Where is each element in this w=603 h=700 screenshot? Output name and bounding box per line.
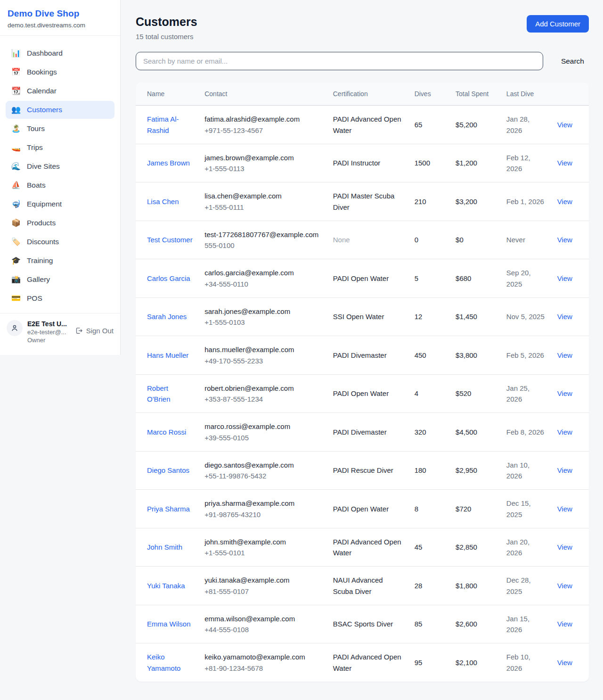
customer-name-link[interactable]: Yuki Tanaka (147, 582, 185, 590)
diving-mask-icon: 🤿 (11, 200, 21, 208)
customer-total-spent: $680 (450, 259, 501, 298)
customer-total-spent: $1,200 (450, 144, 501, 182)
sidebar-item-label: Customers (27, 106, 62, 114)
customer-name-link[interactable]: Marco Rossi (147, 428, 186, 436)
customer-last-dive: Feb 12, 2026 (501, 144, 552, 182)
sidebar-item-boats[interactable]: ⛵ Boats (6, 176, 114, 194)
sidebar-item-dive-sites[interactable]: 🌊 Dive Sites (6, 157, 114, 175)
customer-last-dive: Never (501, 221, 552, 259)
sidebar-item-label: Calendar (27, 87, 57, 95)
customer-name-link[interactable]: Test Customer (147, 236, 193, 244)
view-customer-link[interactable]: View (557, 198, 572, 206)
sidebar-item-training[interactable]: 🎓 Training (6, 252, 114, 270)
sidebar-item-equipment[interactable]: 🤿 Equipment (6, 195, 114, 213)
customer-contact-cell: carlos.garcia@example.com +34-555-0110 (199, 259, 327, 298)
search-input[interactable] (136, 52, 543, 70)
view-customer-link[interactable]: View (557, 505, 572, 513)
view-customer-link[interactable]: View (557, 274, 572, 282)
view-customer-link[interactable]: View (557, 236, 572, 244)
sidebar-item-gallery[interactable]: 📸 Gallery (6, 271, 114, 288)
sidebar-item-tours[interactable]: 🏝️ Tours (6, 120, 114, 138)
customer-phone: +1-555-0101 (204, 547, 322, 558)
sidebar-item-trips[interactable]: 🚤 Trips (6, 139, 114, 156)
sidebar-item-customers[interactable]: 👥 Customers (6, 101, 114, 119)
customer-dives: 65 (409, 106, 450, 144)
view-customer-link[interactable]: View (557, 543, 572, 551)
customer-contact-cell: emma.wilson@example.com +44-555-0108 (199, 605, 327, 643)
add-customer-button[interactable]: Add Customer (527, 15, 589, 33)
search-button[interactable]: Search (556, 53, 589, 69)
customer-name-link[interactable]: Hans Mueller (147, 351, 188, 359)
sidebar-item-label: Tours (27, 124, 45, 133)
camera-icon: 📸 (11, 276, 21, 283)
customer-name-cell: Test Customer (136, 221, 199, 259)
view-customer-link[interactable]: View (557, 121, 572, 129)
customer-certification: PADI Open Water (327, 374, 409, 413)
customer-name-link[interactable]: Fatima Al-Rashid (147, 115, 179, 134)
customer-name-link[interactable]: Lisa Chen (147, 198, 179, 206)
col-header-contact: Contact (199, 82, 327, 106)
customer-contact-cell: hans.mueller@example.com +49-170-555-223… (199, 336, 327, 375)
customer-name-link[interactable]: Sarah Jones (147, 313, 187, 321)
customer-dives: 180 (409, 451, 450, 490)
customer-contact-cell: diego.santos@example.com +55-11-99876-54… (199, 451, 327, 490)
sidebar-item-label: Boats (27, 181, 46, 189)
table-row: Fatima Al-Rashid fatima.alrashid@example… (136, 106, 589, 144)
view-customer-link[interactable]: View (557, 620, 572, 628)
customer-name-link[interactable]: John Smith (147, 543, 182, 551)
customer-dives: 1500 (409, 144, 450, 182)
customer-name-link[interactable]: Robert O'Brien (147, 384, 171, 403)
customer-view-cell: View (552, 336, 589, 375)
col-header-last-dive: Last Dive (501, 82, 552, 106)
customer-contact-cell: keiko.yamamoto@example.com +81-90-1234-5… (199, 643, 327, 682)
customer-email: test-1772681807767@example.com (204, 229, 322, 240)
user-name: E2E Test U... (27, 320, 70, 328)
graduation-cap-icon: 🎓 (11, 257, 21, 264)
view-customer-link[interactable]: View (557, 351, 572, 359)
table-row: James Brown james.brown@example.com +1-5… (136, 144, 589, 182)
customer-name-link[interactable]: Carlos Garcia (147, 274, 190, 282)
view-customer-link[interactable]: View (557, 466, 572, 474)
view-customer-link[interactable]: View (557, 428, 572, 436)
customer-view-cell: View (552, 413, 589, 452)
col-header-name: Name (136, 82, 199, 106)
sidebar-nav: 📊 Dashboard 📅 Bookings 📆 Calendar 👥 Cust… (0, 36, 120, 313)
sidebar-item-label: Equipment (27, 200, 62, 208)
customer-table-card: Name Contact Certification Dives Total S… (136, 82, 589, 682)
sign-out-button[interactable]: Sign Out (75, 327, 114, 335)
view-customer-link[interactable]: View (557, 659, 572, 667)
sidebar-item-bookings[interactable]: 📅 Bookings (6, 63, 114, 81)
customer-name-link[interactable]: Diego Santos (147, 466, 189, 474)
table-row: Sarah Jones sarah.jones@example.com +1-5… (136, 297, 589, 336)
customer-last-dive: Dec 15, 2025 (501, 490, 552, 528)
sidebar-item-dashboard[interactable]: 📊 Dashboard (6, 44, 114, 62)
sidebar-item-label: Trips (27, 143, 43, 152)
view-customer-link[interactable]: View (557, 582, 572, 590)
customer-last-dive: Jan 25, 2026 (501, 374, 552, 413)
customer-view-cell: View (552, 374, 589, 413)
customer-name-link[interactable]: James Brown (147, 159, 190, 167)
customer-total-spent: $3,200 (450, 182, 501, 221)
table-header: Name Contact Certification Dives Total S… (136, 82, 589, 106)
customer-name-link[interactable]: Priya Sharma (147, 505, 190, 513)
table-row: Priya Sharma priya.sharma@example.com +9… (136, 490, 589, 528)
sidebar: Demo Dive Shop demo.test.divestreams.com… (0, 0, 121, 355)
shop-name: Demo Dive Shop (8, 8, 113, 19)
col-header-total-spent: Total Spent (450, 82, 501, 106)
view-customer-link[interactable]: View (557, 159, 572, 167)
customer-certification: PADI Open Water (327, 490, 409, 528)
view-customer-link[interactable]: View (557, 389, 572, 397)
customer-email: john.smith@example.com (204, 536, 322, 547)
sidebar-item-discounts[interactable]: 🏷️ Discounts (6, 233, 114, 251)
customer-certification: PADI Instructor (327, 144, 409, 182)
sidebar-item-pos[interactable]: 💳 POS (6, 289, 114, 307)
search-bar: Search (136, 52, 589, 70)
view-customer-link[interactable]: View (557, 313, 572, 321)
customer-dives: 450 (409, 336, 450, 375)
page-title: Customers (136, 15, 197, 29)
customer-name-link[interactable]: Keiko Yamamoto (147, 653, 180, 672)
sidebar-item-calendar[interactable]: 📆 Calendar (6, 82, 114, 100)
sidebar-item-products[interactable]: 📦 Products (6, 214, 114, 232)
sidebar-item-label: Discounts (27, 238, 59, 246)
customer-name-link[interactable]: Emma Wilson (147, 620, 191, 628)
